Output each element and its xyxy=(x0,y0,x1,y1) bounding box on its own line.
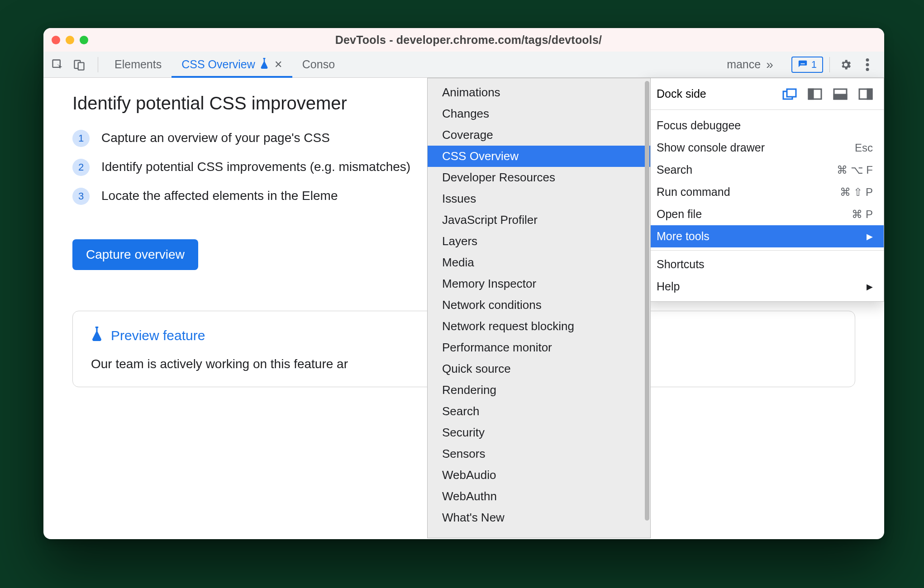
submenu-item[interactable]: Animations xyxy=(428,82,650,103)
separator xyxy=(646,250,884,251)
menu-item[interactable]: Show console drawerEsc xyxy=(646,137,884,159)
dock-right-icon[interactable] xyxy=(858,88,873,100)
submenu-item[interactable]: CSS Overview xyxy=(428,146,650,167)
window-title: DevTools - developer.chrome.com/tags/dev… xyxy=(88,33,849,47)
step-text: Identify potential CSS improvements (e.g… xyxy=(101,158,410,176)
submenu-item[interactable]: JavaScript Profiler xyxy=(428,209,650,231)
issues-count: 1 xyxy=(811,59,817,71)
submenu-item[interactable]: Network request blocking xyxy=(428,316,650,337)
step-number: 1 xyxy=(72,130,90,147)
close-icon[interactable]: ✕ xyxy=(274,59,282,71)
settings-icon[interactable] xyxy=(836,55,855,74)
submenu-item[interactable]: Layers xyxy=(428,231,650,252)
kebab-menu-icon[interactable] xyxy=(858,55,877,74)
tab-performance-partial[interactable]: mance xyxy=(723,58,764,71)
inspect-element-icon[interactable] xyxy=(48,55,67,74)
tab-label: Conso xyxy=(302,58,335,71)
menu-item-more-tools[interactable]: More tools ▶ xyxy=(646,225,884,247)
devtools-window: DevTools - developer.chrome.com/tags/dev… xyxy=(43,28,884,539)
tab-css-overview[interactable]: CSS Overview ✕ xyxy=(171,52,292,77)
submenu-arrow-icon: ▶ xyxy=(867,232,873,242)
menu-shortcut: ⌘ ⇧ P xyxy=(840,186,873,199)
titlebar: DevTools - developer.chrome.com/tags/dev… xyxy=(43,28,884,52)
tab-elements[interactable]: Elements xyxy=(105,52,171,77)
submenu-item[interactable]: Changes xyxy=(428,103,650,124)
submenu-item[interactable]: WebAuthn xyxy=(428,486,650,507)
menu-shortcut: ⌘ ⌥ F xyxy=(837,164,873,176)
submenu-item[interactable]: Performance monitor xyxy=(428,337,650,358)
device-toolbar-icon[interactable] xyxy=(70,55,89,74)
flask-icon xyxy=(260,58,269,71)
menu-label: Open file xyxy=(657,208,702,221)
submenu-item[interactable]: Memory Inspector xyxy=(428,273,650,294)
scrollbar[interactable] xyxy=(645,81,649,521)
dock-side-row: Dock side xyxy=(646,78,884,110)
menu-shortcut: ⌘ P xyxy=(852,208,873,221)
dock-bottom-icon[interactable] xyxy=(833,88,848,100)
submenu-item[interactable]: Coverage xyxy=(428,124,650,146)
submenu-item[interactable]: Search xyxy=(428,401,650,422)
menu-label: Shortcuts xyxy=(657,258,705,271)
close-window-button[interactable] xyxy=(52,36,60,44)
submenu-item[interactable]: Issues xyxy=(428,188,650,209)
tab-label: mance xyxy=(727,58,761,71)
more-tools-submenu: AnimationsChangesCoverageCSS OverviewDev… xyxy=(427,78,651,538)
menu-label: Focus debuggee xyxy=(657,119,741,132)
menu-item[interactable]: Search⌘ ⌥ F xyxy=(646,159,884,181)
svg-rect-7 xyxy=(787,89,796,97)
svg-rect-13 xyxy=(867,89,872,99)
step-number: 2 xyxy=(72,159,90,176)
issues-badge[interactable]: 1 xyxy=(791,57,823,73)
svg-point-4 xyxy=(866,63,869,66)
svg-rect-11 xyxy=(834,95,847,99)
svg-point-5 xyxy=(866,68,869,71)
svg-rect-2 xyxy=(78,62,84,70)
capture-overview-button[interactable]: Capture overview xyxy=(72,239,198,270)
settings-menu: Dock side Focus debuggeeShow console dra… xyxy=(645,78,884,302)
tab-console[interactable]: Conso xyxy=(292,52,345,77)
more-tabs-icon[interactable]: » xyxy=(766,57,773,72)
menu-label: Help xyxy=(657,280,680,293)
dock-undock-icon[interactable] xyxy=(782,88,797,100)
tab-label: Elements xyxy=(114,58,162,71)
window-controls xyxy=(52,36,88,44)
menu-item[interactable]: Open file⌘ P xyxy=(646,203,884,225)
dock-side-label: Dock side xyxy=(657,87,706,100)
menu-item-shortcuts[interactable]: Shortcuts xyxy=(646,253,884,275)
svg-rect-9 xyxy=(809,89,813,99)
minimize-window-button[interactable] xyxy=(66,36,74,44)
submenu-arrow-icon: ▶ xyxy=(867,282,873,292)
submenu-item[interactable]: Sensors xyxy=(428,443,650,465)
submenu-item[interactable]: Network conditions xyxy=(428,294,650,316)
submenu-item[interactable]: Security xyxy=(428,422,650,443)
submenu-item[interactable]: What's New xyxy=(428,507,650,528)
dock-left-icon[interactable] xyxy=(808,88,822,100)
submenu-item[interactable]: WebAudio xyxy=(428,465,650,486)
submenu-item[interactable]: Developer Resources xyxy=(428,167,650,188)
svg-point-3 xyxy=(866,58,869,62)
menu-label: Search xyxy=(657,163,692,176)
step-number: 3 xyxy=(72,188,90,205)
menu-item[interactable]: Focus debuggee xyxy=(646,114,884,137)
step-text: Capture an overview of your page's CSS xyxy=(101,129,330,147)
devtools-toolbar: Elements CSS Overview ✕ Conso mance » 1 xyxy=(43,52,884,78)
submenu-item[interactable]: Rendering xyxy=(428,379,650,401)
submenu-item[interactable]: Media xyxy=(428,252,650,273)
submenu-item[interactable]: Quick source xyxy=(428,358,650,379)
step-text: Locate the affected elements in the Elem… xyxy=(101,187,338,205)
menu-item-help[interactable]: Help ▶ xyxy=(646,275,884,298)
separator xyxy=(98,57,98,72)
menu-shortcut: Esc xyxy=(855,142,873,154)
preview-label: Preview feature xyxy=(111,328,205,343)
menu-label: Show console drawer xyxy=(657,141,765,154)
preview-text-a: Our team is actively working on this fea… xyxy=(91,357,348,371)
menu-label: More tools xyxy=(657,230,710,243)
menu-item[interactable]: Run command⌘ ⇧ P xyxy=(646,181,884,203)
tab-label: CSS Overview xyxy=(181,58,255,71)
panel-tabs: Elements CSS Overview ✕ Conso xyxy=(105,52,345,77)
separator xyxy=(829,57,830,72)
zoom-window-button[interactable] xyxy=(80,36,88,44)
menu-label: Run command xyxy=(657,185,730,199)
flask-icon xyxy=(91,327,103,344)
